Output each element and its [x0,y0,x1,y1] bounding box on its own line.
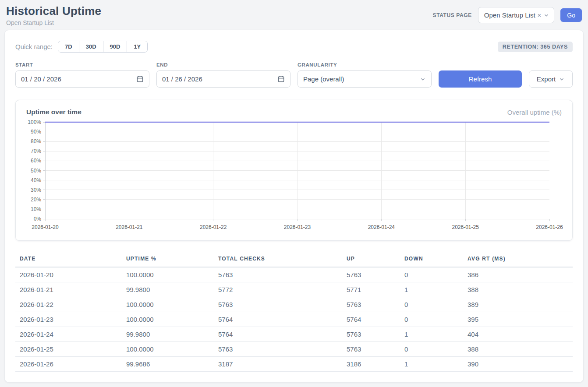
top-bar: Historical Uptime Open Startup List STAT… [0,0,588,30]
granularity-value: Page (overall) [303,75,344,83]
table-row: 2026-01-2699.9686318731861390 [15,357,573,372]
table-cell: 388 [463,342,573,357]
table-cell: 2026-01-26 [15,357,122,372]
chart-title: Uptime over time [26,108,81,116]
axis-tick-label: 2026-01-21 [116,224,143,230]
table-cell: 2026-01-22 [15,297,122,312]
uptime-chart-card: Uptime over time Overall uptime (%) 0%10… [15,100,573,241]
main-panel: Quick range: 7D30D90D1Y RETENTION: 365 D… [4,30,584,383]
table-row: 2026-01-2199.9800577257711388 [15,282,573,297]
quick-range-1y[interactable]: 1Y [127,41,147,52]
clear-selection-icon[interactable]: × [537,12,542,18]
table-row: 2026-01-2499.9800576457631404 [15,327,573,342]
table-cell: 99.9800 [122,327,214,342]
axis-tick-label: 10% [31,206,41,212]
axis-tick-label: 60% [31,158,41,164]
quick-range-row: Quick range: 7D30D90D1Y RETENTION: 365 D… [15,41,573,53]
axis-tick-label: 2026-01-22 [200,224,227,230]
column-header: AVG RT (MS) [463,252,573,267]
granularity-select[interactable]: Page (overall) [298,70,432,88]
quick-range-group: 7D30D90D1Y [58,41,148,53]
table-cell: 386 [463,267,573,282]
table-cell: 5763 [214,267,342,282]
chart-legend: Overall uptime (%) [507,109,562,116]
quick-range-label: Quick range: [15,43,53,50]
start-date-value: 01 / 20 / 2026 [21,75,61,83]
table-cell: 5763 [342,342,400,357]
table-cell: 0 [400,297,463,312]
table-cell: 1 [400,357,463,372]
refresh-button[interactable]: Refresh [439,70,522,88]
table-cell: 0 [400,312,463,327]
export-button[interactable]: Export [529,70,573,88]
table-row: 2026-01-22100.0000576357630389 [15,297,573,312]
retention-badge: RETENTION: 365 DAYS [498,42,573,52]
table-cell: 5764 [342,312,400,327]
table-cell: 0 [400,267,463,282]
table-cell: 2026-01-21 [15,282,122,297]
axis-tick-label: 2026-01-26 [536,224,563,230]
table-header-row: DATEUPTIME %TOTAL CHECKSUPDOWNAVG RT (MS… [15,252,573,267]
table-cell: 5763 [214,342,342,357]
status-page-selected-value: Open Startup List [484,11,535,19]
start-label: START [15,62,149,67]
axis-tick-label: 20% [31,197,41,203]
column-header: DOWN [400,252,463,267]
table-cell: 100.0000 [122,297,214,312]
axis-tick-label: 50% [31,168,41,174]
start-date-input[interactable]: 01 / 20 / 2026 [15,70,149,88]
table-cell: 395 [463,312,573,327]
page-subtitle: Open Startup List [6,19,101,26]
table-cell: 5763 [342,297,400,312]
go-button[interactable]: Go [560,8,582,22]
table-cell: 389 [463,297,573,312]
table-row: 2026-01-20100.0000576357630386 [15,267,573,282]
granularity-label: GRANULARITY [298,62,432,67]
table-cell: 5764 [214,327,342,342]
table-cell: 2026-01-20 [15,267,122,282]
chevron-down-icon [559,76,565,82]
axis-tick-label: 2026-01-25 [452,224,479,230]
end-date-input[interactable]: 01 / 26 / 2026 [156,70,290,88]
table-cell: 5763 [342,267,400,282]
column-header: UPTIME % [122,252,214,267]
calendar-icon[interactable] [136,75,144,83]
table-cell: 390 [463,357,573,372]
table-cell: 2026-01-23 [15,312,122,327]
quick-range-30d[interactable]: 30D [79,41,103,52]
axis-tick-label: 90% [31,129,41,135]
uptime-line-chart: 0%10%20%30%40%50%60%70%80%90%100%2026-01… [26,120,562,234]
chevron-down-icon [543,12,549,18]
table-cell: 2026-01-24 [15,327,122,342]
end-label: END [156,62,290,67]
axis-tick-label: 100% [28,119,41,125]
axis-tick-label: 40% [31,177,41,183]
axis-tick-label: 2026-01-24 [368,224,395,230]
column-header: DATE [15,252,122,267]
axis-tick-label: 70% [31,148,41,154]
status-page-controls: STATUS PAGE Open Startup List × Go [433,7,582,23]
table-cell: 5772 [214,282,342,297]
table-cell: 100.0000 [122,312,214,327]
axis-tick-label: 80% [31,138,41,144]
end-date-value: 01 / 26 / 2026 [162,75,202,83]
table-cell: 3186 [342,357,400,372]
export-button-label: Export [537,75,556,83]
uptime-table: DATEUPTIME %TOTAL CHECKSUPDOWNAVG RT (MS… [15,252,573,372]
table-cell: 2026-01-25 [15,342,122,357]
table-cell: 100.0000 [122,342,214,357]
table-cell: 99.9686 [122,357,214,372]
status-page-label: STATUS PAGE [433,12,472,18]
table-cell: 100.0000 [122,267,214,282]
table-row: 2026-01-23100.0000576457640395 [15,312,573,327]
table-cell: 388 [463,282,573,297]
axis-tick-label: 0% [34,216,42,222]
status-page-select[interactable]: Open Startup List × [478,7,555,23]
calendar-icon[interactable] [277,75,285,83]
table-row: 2026-01-25100.0000576357630388 [15,342,573,357]
axis-tick-label: 2026-01-20 [32,224,59,230]
axis-tick-label: 30% [31,187,41,193]
quick-range-7d[interactable]: 7D [58,41,79,52]
page-title: Historical Uptime [6,4,101,18]
quick-range-90d[interactable]: 90D [103,41,128,52]
